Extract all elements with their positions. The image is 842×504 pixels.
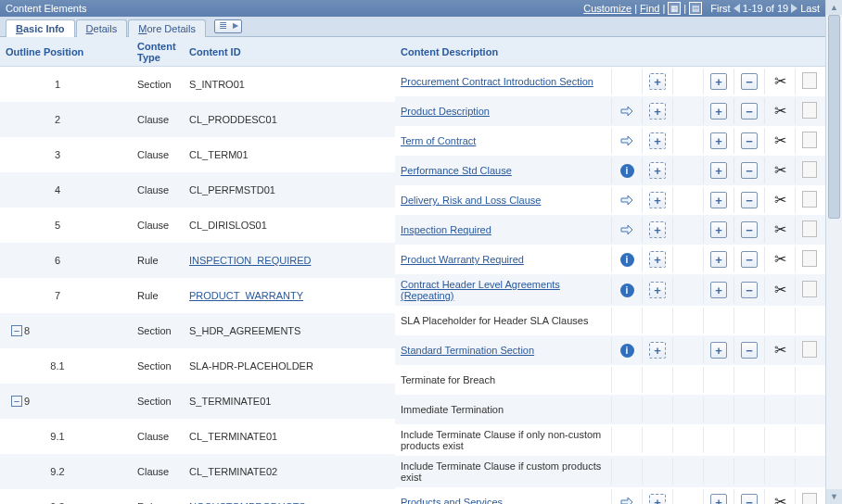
insert-icon[interactable]: +	[649, 282, 666, 298]
insert-icon[interactable]: +	[649, 221, 666, 238]
insert-icon[interactable]: +	[649, 251, 666, 268]
nav-first[interactable]: First	[710, 0, 730, 17]
copy-icon[interactable]	[804, 495, 817, 504]
content-description[interactable]: Delivery, Risk and Loss Clause	[395, 192, 611, 208]
delete-row-icon[interactable]: −	[741, 251, 758, 268]
content-description[interactable]: Standard Termination Section	[395, 342, 611, 359]
collapse-icon[interactable]: −	[11, 396, 22, 407]
delete-row-icon[interactable]: −	[741, 103, 758, 120]
outline-position: 7	[11, 290, 104, 301]
content-id[interactable]: INSPECTION_REQUIRED	[184, 255, 395, 266]
delete-row-icon[interactable]: −	[741, 494, 758, 504]
copy-icon[interactable]	[804, 193, 817, 208]
info-icon[interactable]: i	[620, 253, 634, 267]
content-id: CL_DIRISLOS01	[184, 220, 395, 231]
cut-icon[interactable]: ✂	[774, 343, 786, 358]
download-icon[interactable]: ▤	[689, 2, 702, 15]
delete-row-icon[interactable]: −	[741, 221, 758, 238]
copy-icon[interactable]	[804, 163, 817, 178]
table-row: Performance Std Clausei++−✂	[395, 156, 825, 185]
scroll-up-icon[interactable]: ▲	[826, 0, 842, 15]
cut-icon[interactable]: ✂	[774, 495, 786, 504]
tab-1[interactable]: Details	[76, 19, 128, 37]
insert-icon[interactable]: +	[649, 132, 666, 149]
add-row-icon[interactable]: +	[710, 251, 727, 268]
info-icon[interactable]: i	[620, 344, 634, 358]
cut-icon[interactable]: ✂	[774, 74, 786, 89]
cut-icon[interactable]: ✂	[774, 193, 786, 208]
add-row-icon[interactable]: +	[710, 342, 727, 359]
show-all-columns-icon[interactable]	[214, 19, 242, 33]
scroll-thumb[interactable]	[828, 15, 840, 219]
arrow-right-icon[interactable]	[620, 496, 633, 504]
cut-icon[interactable]: ✂	[774, 133, 786, 148]
content-description[interactable]: Performance Std Clause	[395, 162, 611, 179]
add-row-icon[interactable]: +	[710, 103, 727, 120]
vertical-scrollbar[interactable]: ▲ ▼	[825, 0, 842, 504]
nav-last[interactable]: Last	[800, 0, 820, 17]
cut-icon[interactable]: ✂	[774, 283, 786, 297]
copy-icon[interactable]	[804, 252, 817, 267]
arrow-right-icon[interactable]	[620, 223, 633, 236]
content-description[interactable]: Term of Contract	[395, 132, 611, 149]
collapse-icon[interactable]: −	[11, 325, 22, 336]
copy-icon[interactable]	[804, 343, 817, 358]
col-content-description[interactable]: Content Description	[395, 46, 612, 57]
copy-icon[interactable]	[804, 283, 817, 297]
col-outline-position[interactable]: Outline Position	[0, 46, 132, 57]
content-description[interactable]: Contract Header Level Agreements (Repeat…	[395, 276, 611, 304]
outline-position: 8.1	[11, 360, 104, 372]
cut-icon[interactable]: ✂	[774, 252, 786, 267]
cut-icon[interactable]: ✂	[774, 104, 786, 119]
add-row-icon[interactable]: +	[710, 282, 727, 298]
nav-prev-icon[interactable]	[734, 4, 740, 13]
scroll-down-icon[interactable]: ▼	[826, 489, 842, 504]
customize-link[interactable]: Customize	[583, 0, 632, 17]
insert-icon[interactable]: +	[649, 342, 666, 359]
delete-row-icon[interactable]: −	[741, 282, 758, 298]
table-row: 7RulePRODUCT_WARRANTY	[0, 278, 395, 313]
add-row-icon[interactable]: +	[710, 162, 727, 179]
table-row: −8SectionS_HDR_AGREEMENTS	[0, 313, 395, 348]
content-description[interactable]: Procurement Contract Introduction Sectio…	[395, 73, 611, 90]
content-id[interactable]: PRODUCT_WARRANTY	[184, 290, 395, 301]
info-icon[interactable]: i	[620, 284, 634, 297]
delete-row-icon[interactable]: −	[741, 342, 758, 359]
tabs-bar: Basic InfoDetailsMore Details	[0, 17, 825, 37]
add-row-icon[interactable]: +	[710, 192, 727, 208]
arrow-right-icon[interactable]	[620, 194, 633, 207]
cut-icon[interactable]: ✂	[774, 222, 786, 237]
info-icon[interactable]: i	[620, 164, 634, 178]
arrow-right-icon[interactable]	[620, 105, 633, 118]
content-description[interactable]: Products and Services	[395, 494, 611, 504]
nav-next-icon[interactable]	[791, 4, 797, 13]
copy-icon[interactable]	[804, 104, 817, 119]
content-description[interactable]: Product Description	[395, 103, 611, 120]
insert-icon[interactable]: +	[649, 162, 666, 179]
insert-icon[interactable]: +	[649, 73, 666, 90]
tab-2[interactable]: More Details	[128, 19, 206, 37]
delete-row-icon[interactable]: −	[741, 132, 758, 149]
delete-row-icon[interactable]: −	[741, 192, 758, 208]
col-content-id[interactable]: Content ID	[184, 46, 395, 57]
delete-row-icon[interactable]: −	[741, 162, 758, 179]
col-content-type[interactable]: Content Type	[132, 41, 184, 63]
view-all-icon[interactable]: ▦	[668, 2, 681, 15]
copy-icon[interactable]	[804, 74, 817, 89]
insert-icon[interactable]: +	[649, 103, 666, 120]
insert-icon[interactable]: +	[649, 494, 666, 504]
content-description[interactable]: Inspection Required	[395, 221, 611, 238]
add-row-icon[interactable]: +	[710, 73, 727, 90]
delete-row-icon[interactable]: −	[741, 73, 758, 90]
cut-icon[interactable]: ✂	[774, 163, 786, 178]
copy-icon[interactable]	[804, 222, 817, 237]
insert-icon[interactable]: +	[649, 192, 666, 208]
arrow-right-icon[interactable]	[620, 134, 633, 147]
add-row-icon[interactable]: +	[710, 494, 727, 504]
add-row-icon[interactable]: +	[710, 132, 727, 149]
copy-icon[interactable]	[804, 133, 817, 148]
find-link[interactable]: Find	[640, 0, 659, 17]
tab-0[interactable]: Basic Info	[6, 19, 75, 37]
add-row-icon[interactable]: +	[710, 221, 727, 238]
content-description[interactable]: Product Warranty Required	[395, 251, 611, 268]
